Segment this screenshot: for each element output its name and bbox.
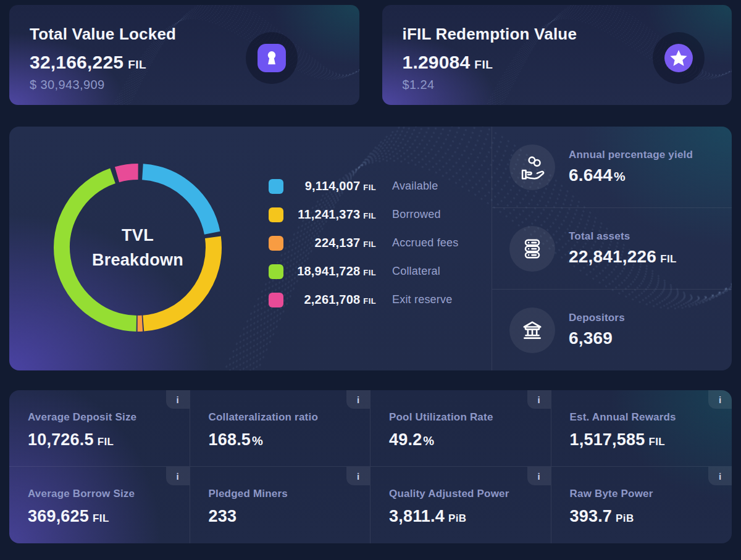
stat-cell: iQuality Adjusted Power3,811.4PiB [371,467,551,543]
tvl-card-title: Total Value Locked [30,25,359,44]
stat-value: 233 [209,507,371,526]
side-stat-row: Depositors6,369 [492,289,732,370]
info-button[interactable]: i [166,390,190,409]
fil-unit: FIL [363,183,376,192]
stat-label: Raw Byte Power [570,488,732,500]
donut-chart: TVL Breakdown [45,155,230,340]
legend-swatch [269,207,283,222]
legend-label: Exit reserve [392,293,452,306]
legend-value: 9,114,007FIL [290,179,376,193]
fil-unit: FIL [363,211,376,220]
tvl-card-usd: $ 30,943,909 [30,78,359,92]
chart-legend: 9,114,007FILAvailable11,241,373FILBorrow… [269,178,458,307]
stat-value: 1,517,585FIL [570,430,732,449]
fil-unit: FIL [363,240,376,249]
donut-segment-available[interactable] [143,172,212,233]
info-icon: i [176,471,178,482]
fil-unit: FIL [474,58,493,71]
legend-item: 11,241,373FILBorrowed [269,207,458,222]
info-icon: i [719,395,721,405]
fil-unit: FIL [128,58,146,71]
stat-label: Total assets [569,230,677,243]
tvl-breakdown-chart-area: TVL Breakdown 9,114,007FILAvailable11,24… [9,127,492,370]
tvl-card: Total Value Locked 32,166,225FIL $ 30,94… [9,5,359,105]
value-unit: % [614,169,626,183]
stat-label: Est. Annual Rewards [570,411,732,424]
stat-value: 10,726.5FIL [28,430,190,449]
stat-cell: iEst. Annual Rewards1,517,585FIL [551,390,732,467]
stat-label: Pledged Miners [209,488,371,500]
stat-value: 369,625FIL [28,507,190,526]
dashboard-page: Total Value Locked 32,166,225FIL $ 30,94… [0,0,741,560]
legend-swatch [269,236,283,251]
info-button[interactable]: i [708,467,732,485]
info-button[interactable]: i [166,467,190,485]
legend-item: 224,137FILAccrued fees [269,235,458,251]
info-icon: i [357,395,359,405]
stat-label: Average Borrow Size [28,488,190,500]
legend-value: 18,941,728FIL [290,264,376,278]
info-button[interactable]: i [527,390,551,409]
donut-segment-collateral[interactable] [62,176,136,324]
value-unit: FIL [98,436,114,448]
side-stat-row: Annual percentage yield6.644% [492,127,732,207]
ifil-card: iFIL Redemption Value 1.29084FIL $1.24 [382,5,732,105]
stat-cell: iPledged Miners233 [190,467,371,543]
stat-value: 22,841,226FIL [569,247,677,267]
tvl-card-value: 32,166,225FIL [30,52,359,73]
pool-stats-column: Annual percentage yield6.644%Total asset… [492,127,732,370]
value-unit: PiB [448,512,467,524]
info-icon: i [357,471,359,482]
info-icon: i [176,395,178,405]
legend-item: 2,261,708FILExit reserve [269,292,458,307]
stat-label: Quality Adjusted Power [389,488,551,500]
stat-value: 6,369 [569,328,625,348]
top-metric-row: Total Value Locked 32,166,225FIL $ 30,94… [9,5,732,105]
legend-label: Available [392,180,438,193]
legend-swatch [269,264,283,279]
stat-value: 3,811.4PiB [389,507,551,526]
fil-unit: FIL [363,296,376,306]
bottom-stats-grid: iAverage Deposit Size10,726.5FILiCollate… [9,390,732,543]
stat-value: 49.2% [389,430,551,449]
value-unit: % [252,434,263,448]
star-icon [653,32,705,84]
donut-segment-exit-reserve[interactable] [117,172,138,175]
info-icon: i [537,471,540,482]
donut-segment-borrowed[interactable] [143,237,214,323]
stat-value: 6.644% [569,165,693,185]
fil-unit: FIL [363,268,376,277]
hand-coins-icon [509,144,555,190]
bank-icon [509,307,555,353]
stat-label: Pool Utilization Rate [389,411,551,424]
info-button[interactable]: i [346,467,370,485]
stat-label: Average Deposit Size [28,411,190,424]
value-unit: FIL [648,436,665,448]
value-unit: % [423,434,434,448]
info-button[interactable]: i [708,390,732,409]
info-button[interactable]: i [527,467,551,485]
info-icon: i [537,395,540,405]
side-stat-row: Total assets22,841,226FIL [492,207,732,289]
stat-label: Annual percentage yield [569,149,693,161]
stat-label: Collateralization ratio [209,411,371,424]
stat-cell: iAverage Borrow Size369,625FIL [9,467,190,543]
info-button[interactable]: i [346,390,370,409]
stat-cell: iPool Utilization Rate49.2% [371,390,551,467]
value-unit: PiB [616,512,634,524]
stat-cell: iCollateralization ratio168.5% [190,390,371,467]
database-icon [509,226,555,272]
stat-label: Depositors [569,312,625,324]
lock-icon [246,32,298,84]
stat-cell: iAverage Deposit Size10,726.5FIL [9,390,190,467]
legend-item: 18,941,728FILCollateral [269,264,458,279]
legend-label: Collateral [392,265,440,278]
legend-item: 9,114,007FILAvailable [269,178,458,194]
legend-label: Borrowed [392,208,441,221]
legend-label: Accrued fees [392,236,458,249]
value-unit: FIL [93,512,109,524]
value-unit: FIL [660,253,677,265]
legend-swatch [269,179,283,194]
legend-value: 11,241,373FIL [290,207,376,222]
stat-value: 168.5% [209,430,371,449]
